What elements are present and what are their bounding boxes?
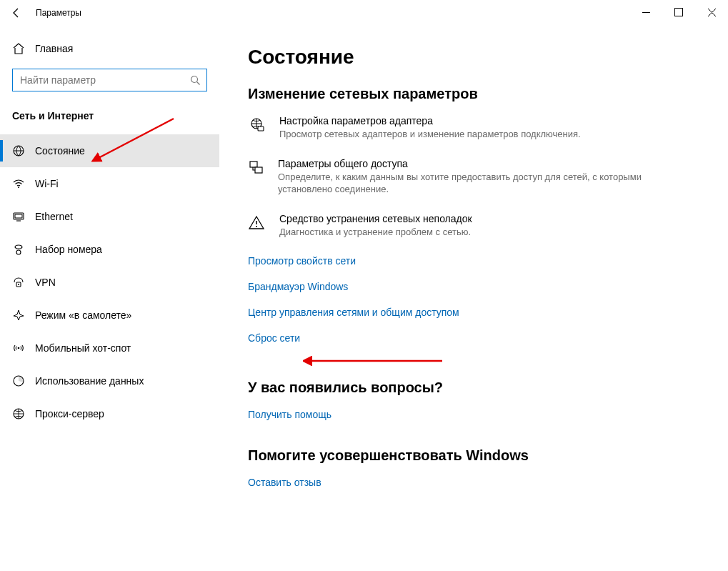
section-heading: Изменение сетевых параметров <box>248 86 699 102</box>
link-network-reset[interactable]: Сброс сети <box>248 332 699 344</box>
sidebar-item-label: Режим «в самолете» <box>35 309 131 321</box>
link-firewall[interactable]: Брандмауэр Windows <box>248 281 699 292</box>
svg-point-0 <box>191 76 198 82</box>
window-title: Параметры <box>33 8 81 18</box>
datausage-icon <box>12 374 25 387</box>
sidebar-item-ethernet[interactable]: Ethernet <box>0 200 219 233</box>
setting-desc: Диагностика и устранение проблем с сетью… <box>279 226 472 239</box>
main-content: Состояние Изменение сетевых параметров Н… <box>219 26 728 571</box>
setting-title: Параметры общего доступа <box>278 158 648 169</box>
svg-point-8 <box>18 347 20 349</box>
link-view-properties[interactable]: Просмотр свойств сети <box>248 255 699 267</box>
proxy-icon <box>12 407 25 420</box>
setting-title: Средство устранения сетевых неполадок <box>279 213 472 224</box>
airplane-icon <box>12 309 25 322</box>
vpn-icon <box>12 276 25 289</box>
sidebar-item-datausage[interactable]: Использование данных <box>0 364 219 397</box>
warning-icon <box>248 213 266 239</box>
page-title: Состояние <box>248 46 699 69</box>
home-link[interactable]: Главная <box>0 34 219 63</box>
wifi-icon <box>12 177 25 190</box>
svg-point-15 <box>256 226 257 227</box>
window-close-button[interactable] <box>695 0 728 24</box>
help-heading: У вас появились вопросы? <box>248 379 699 396</box>
sidebar-item-label: Мобильный хот-спот <box>35 342 131 354</box>
hotspot-icon <box>12 342 25 354</box>
search-icon <box>190 75 201 86</box>
search-input[interactable] <box>19 74 190 86</box>
home-icon <box>12 42 25 55</box>
feedback-heading: Помогите усовершенствовать Windows <box>248 447 699 464</box>
home-label: Главная <box>35 43 73 54</box>
globe-icon <box>12 144 25 157</box>
sidebar-nav: Состояние Wi-Fi Ethernet Набор номера <box>0 127 219 430</box>
dialup-icon <box>12 243 25 256</box>
sidebar-item-status[interactable]: Состояние <box>0 134 219 167</box>
setting-desc: Определите, к каким данным вы хотите пре… <box>278 171 648 196</box>
sidebar-item-label: Использование данных <box>35 375 144 387</box>
sidebar-item-wifi[interactable]: Wi-Fi <box>0 167 219 200</box>
sidebar-item-dialup[interactable]: Набор номера <box>0 233 219 266</box>
window-maximize-button[interactable] <box>662 0 695 24</box>
svg-rect-4 <box>15 214 22 218</box>
back-button[interactable] <box>0 0 33 26</box>
sidebar-item-hotspot[interactable]: Мобильный хот-спот <box>0 332 219 364</box>
sidebar-item-proxy[interactable]: Прокси-сервер <box>0 397 219 430</box>
sharing-icon <box>248 158 265 196</box>
svg-point-7 <box>18 284 19 285</box>
sidebar-item-label: Прокси-сервер <box>35 408 104 419</box>
setting-row-troubleshoot[interactable]: Средство устранения сетевых неполадок Ди… <box>248 213 648 239</box>
setting-row-adapter[interactable]: Настройка параметров адаптера Просмотр с… <box>248 115 648 141</box>
adapter-icon <box>248 115 266 141</box>
sidebar-item-vpn[interactable]: VPN <box>0 266 219 299</box>
sidebar-item-label: Ethernet <box>35 211 73 222</box>
setting-row-sharing[interactable]: Параметры общего доступа Определите, к к… <box>248 158 648 196</box>
svg-rect-14 <box>255 167 262 173</box>
sidebar-item-label: Набор номера <box>35 244 102 255</box>
titlebar: Параметры <box>0 0 728 26</box>
sidebar-item-label: VPN <box>35 277 56 288</box>
link-sharing-center[interactable]: Центр управления сетями и общим доступом <box>248 307 699 318</box>
link-feedback[interactable]: Оставить отзыв <box>248 477 699 488</box>
ethernet-icon <box>12 210 25 223</box>
search-box[interactable] <box>12 69 207 91</box>
link-get-help[interactable]: Получить помощь <box>248 409 699 420</box>
svg-rect-12 <box>258 126 264 131</box>
sidebar: Главная Сеть и Интернет Состояние <box>0 26 219 571</box>
svg-point-5 <box>16 250 21 254</box>
sidebar-item-label: Состояние <box>35 145 85 157</box>
window-minimize-button[interactable] <box>629 0 662 24</box>
setting-title: Настройка параметров адаптера <box>279 115 581 126</box>
sidebar-item-label: Wi-Fi <box>35 178 59 189</box>
svg-point-2 <box>18 187 19 188</box>
sidebar-section-title: Сеть и Интернет <box>0 91 219 127</box>
sidebar-item-airplane[interactable]: Режим «в самолете» <box>0 299 219 332</box>
setting-desc: Просмотр сетевых адаптеров и изменение п… <box>279 128 581 141</box>
svg-rect-13 <box>250 162 257 167</box>
